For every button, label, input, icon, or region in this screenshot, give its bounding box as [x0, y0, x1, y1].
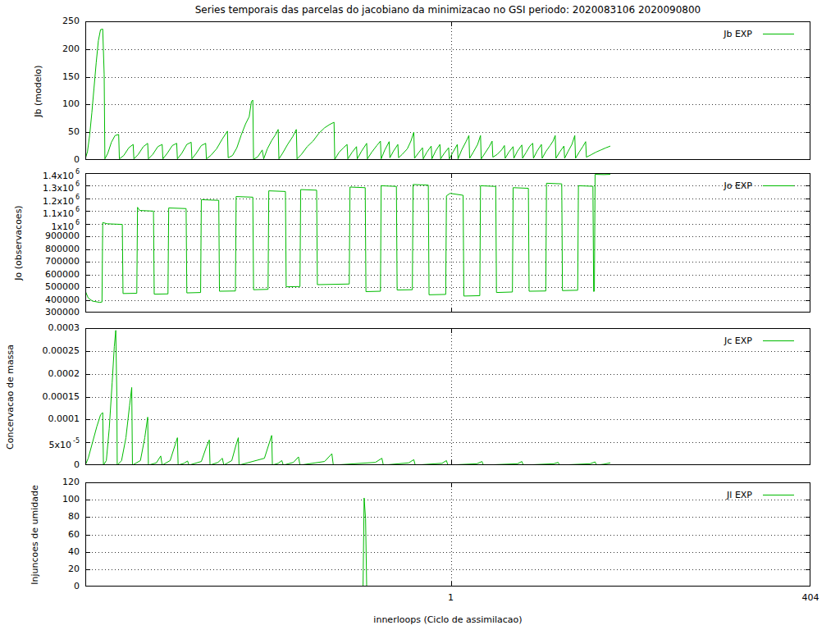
- ytick-label-jb: 200: [0, 43, 80, 55]
- xtick-label-404: 404: [802, 592, 819, 603]
- legend-line-sample-jo: [763, 185, 794, 186]
- ytick-label-jb: 250: [0, 16, 80, 27]
- x-axis-label: innerloops (Ciclo de assimilacao): [373, 614, 522, 625]
- panel-border: [86, 174, 810, 313]
- legend-jb: Jb EXP: [85, 29, 810, 39]
- gnuplot-multipanel-chart: Series temporais das parcelas do jacobia…: [0, 0, 840, 630]
- panel-plot-jb: [85, 21, 810, 160]
- legend-label-jc: Jc EXP: [724, 336, 752, 346]
- y-axis-label-jl: Injuncoes de umidade: [30, 485, 40, 584]
- panel-plot-jc: [85, 328, 810, 465]
- ytick-label-jl: 120: [0, 477, 80, 488]
- legend-jc: Jc EXP: [85, 336, 810, 346]
- panel-jb: [85, 21, 810, 160]
- xtick-label-1: 1: [448, 592, 454, 603]
- panel-plot-jo: [85, 173, 810, 313]
- ytick-label-jl: 40: [0, 546, 80, 558]
- y-axis-label-jo: Jo (observacoes): [13, 205, 24, 280]
- ytick-label-jc: 0.0003: [0, 322, 80, 334]
- ytick-label-jl: 60: [0, 529, 80, 541]
- legend-line-sample-jb: [763, 34, 794, 34]
- ytick-label-jo: 500000: [0, 281, 80, 293]
- ytick-label-jl: 80: [0, 511, 80, 523]
- series-line-jo: [85, 175, 610, 303]
- panel-border: [86, 22, 810, 160]
- legend-line-sample-jl: [763, 495, 794, 495]
- legend-line-sample-jc: [763, 340, 794, 341]
- ytick-label-jb: 50: [0, 126, 80, 138]
- series-line-jl: [85, 498, 610, 587]
- legend-jo: Jo EXP: [85, 180, 810, 191]
- ytick-label-jo: 1.4x106: [0, 167, 80, 182]
- ytick-label-jc: 0: [0, 459, 80, 471]
- ytick-label-jo: 400000: [0, 294, 80, 306]
- panel-jo: [85, 173, 810, 313]
- y-axis-label-jc: Concervacao de massa: [5, 345, 16, 450]
- legend-label-jb: Jb EXP: [724, 29, 752, 39]
- legend-label-jl: Jl EXP: [727, 490, 752, 500]
- chart-title: Series temporais das parcelas do jacobia…: [85, 4, 810, 16]
- ytick-label-jo: 300000: [0, 307, 80, 318]
- y-axis-label-jb: Jb (modelo): [33, 65, 43, 116]
- ytick-label-jl: 0: [0, 581, 80, 592]
- panel-jc: [85, 328, 810, 465]
- panel-border: [86, 329, 810, 465]
- ytick-label-jo: 1.3x106: [0, 180, 80, 194]
- ytick-label-jl: 20: [0, 564, 80, 575]
- legend-jl: Jl EXP: [85, 490, 810, 500]
- series-line-jb: [85, 29, 610, 159]
- legend-label-jo: Jo EXP: [724, 180, 752, 191]
- ytick-label-jb: 0: [0, 154, 80, 166]
- ytick-label-jl: 100: [0, 494, 80, 505]
